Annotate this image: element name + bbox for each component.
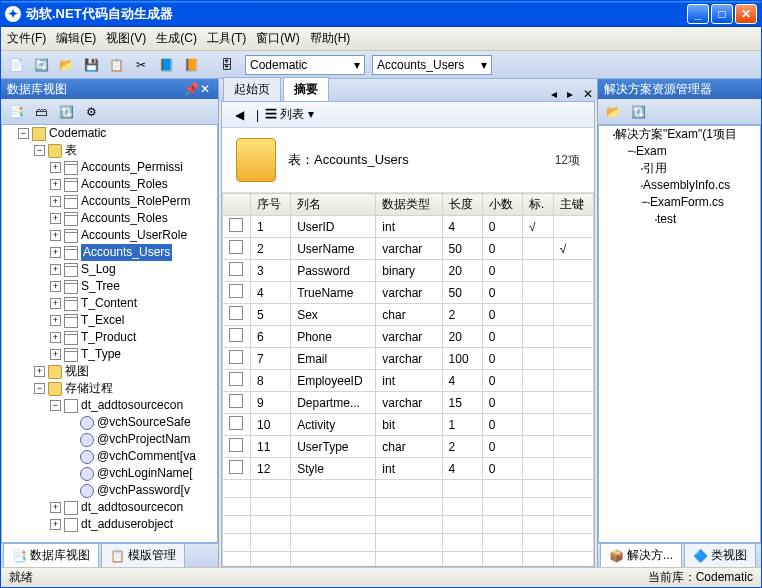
col-idx[interactable]: 序号 bbox=[251, 194, 291, 216]
table-row[interactable]: 5Sexchar20 bbox=[223, 304, 594, 326]
col-mark[interactable]: 标. bbox=[522, 194, 553, 216]
form-file[interactable]: ExamForm.cs bbox=[650, 194, 724, 211]
col-len[interactable]: 长度 bbox=[442, 194, 482, 216]
proj-node[interactable]: Exam bbox=[636, 143, 667, 160]
tree-tool-1-icon[interactable]: 📑 bbox=[5, 101, 27, 123]
ref-node[interactable]: 引用 bbox=[643, 160, 667, 177]
list-mode-icon[interactable]: ☰ 列表 ▾ bbox=[265, 106, 314, 123]
table-node[interactable]: +S_Tree bbox=[50, 278, 217, 295]
menu-file[interactable]: 文件(F) bbox=[7, 30, 46, 47]
table-node[interactable]: +Accounts_RolePerm bbox=[50, 193, 217, 210]
table-node[interactable]: +T_Type bbox=[50, 346, 217, 363]
menu-tools[interactable]: 工具(T) bbox=[207, 30, 246, 47]
columns-grid-wrap[interactable]: 序号 列名 数据类型 长度 小数 标. 主键 1UserIDint40√2Use… bbox=[222, 193, 594, 566]
table-node[interactable]: +T_Excel bbox=[50, 312, 217, 329]
table-row[interactable]: 1UserIDint40√ bbox=[223, 216, 594, 238]
sln-tool-2-icon[interactable]: 🔃 bbox=[627, 101, 649, 123]
col-ico[interactable] bbox=[223, 194, 251, 216]
table-node[interactable]: +S_Log bbox=[50, 261, 217, 278]
col-type[interactable]: 数据类型 bbox=[376, 194, 442, 216]
table-select[interactable]: Accounts_Users▾ bbox=[372, 55, 492, 75]
table-row[interactable]: 7Emailvarchar1000 bbox=[223, 348, 594, 370]
tool-db-icon[interactable]: 🗄 bbox=[216, 54, 238, 76]
tab-template[interactable]: 📋模版管理 bbox=[101, 543, 185, 567]
sp-item[interactable]: dt_addtosourcecon bbox=[81, 499, 183, 516]
table-node[interactable]: +T_Product bbox=[50, 329, 217, 346]
tab-summary[interactable]: 摘要 bbox=[283, 77, 329, 101]
table-icon bbox=[64, 161, 78, 175]
param-node[interactable]: @vchProjectNam bbox=[66, 431, 217, 448]
tool-copy-icon[interactable]: 📋 bbox=[105, 54, 127, 76]
tab-class-view[interactable]: 🔷类视图 bbox=[684, 543, 756, 567]
tree-tool-3-icon[interactable]: 🔃 bbox=[55, 101, 77, 123]
db-root[interactable]: Codematic bbox=[49, 125, 106, 142]
menu-help[interactable]: 帮助(H) bbox=[310, 30, 351, 47]
sp-node[interactable]: 存储过程 bbox=[65, 380, 113, 397]
panel-close-icon[interactable]: ✕ bbox=[198, 82, 212, 96]
sp-icon bbox=[64, 501, 78, 515]
maximize-button[interactable]: □ bbox=[711, 4, 733, 24]
table-row[interactable]: 10Activitybit10 bbox=[223, 414, 594, 436]
tab-db-view[interactable]: 📑数据库视图 bbox=[3, 543, 99, 567]
table-node[interactable]: +Accounts_Users bbox=[50, 244, 217, 261]
table-node[interactable]: +Accounts_Permissi bbox=[50, 159, 217, 176]
tool-save-icon[interactable]: 💾 bbox=[80, 54, 102, 76]
test-node[interactable]: test bbox=[657, 211, 676, 228]
table-row[interactable]: 2UserNamevarchar500√ bbox=[223, 238, 594, 260]
app-icon: ✦ bbox=[5, 6, 21, 22]
pin-icon[interactable]: 📌 bbox=[184, 82, 198, 96]
table-row[interactable]: 12Styleint40 bbox=[223, 458, 594, 480]
tool-cut-icon[interactable]: ✂ bbox=[130, 54, 152, 76]
tree-tool-2-icon[interactable]: 🗃 bbox=[30, 101, 52, 123]
titlebar[interactable]: ✦ 动软.NET代码自动生成器 _ □ ✕ bbox=[1, 1, 761, 27]
param-node[interactable]: @vchSourceSafe bbox=[66, 414, 217, 431]
table-node[interactable]: +T_Content bbox=[50, 295, 217, 312]
views-node[interactable]: 视图 bbox=[65, 363, 89, 380]
sln-root[interactable]: 解决方案"Exam"(1项目 bbox=[615, 126, 737, 143]
param-node[interactable]: @vchComment[va bbox=[66, 448, 217, 465]
param-label: @vchProjectNam bbox=[97, 431, 191, 448]
sp-item[interactable]: dt_adduserobject bbox=[81, 516, 173, 533]
db-tree[interactable]: −Codematic −表 +Accounts_Permissi+Account… bbox=[1, 125, 218, 543]
tool-gen1-icon[interactable]: 📘 bbox=[155, 54, 177, 76]
table-node[interactable]: +Accounts_UserRole bbox=[50, 227, 217, 244]
menu-view[interactable]: 视图(V) bbox=[106, 30, 146, 47]
asm-file[interactable]: AssemblyInfo.cs bbox=[643, 177, 730, 194]
param-node[interactable]: @vchLoginName[ bbox=[66, 465, 217, 482]
col-dec[interactable]: 小数 bbox=[482, 194, 522, 216]
tool-open-icon[interactable]: 📂 bbox=[55, 54, 77, 76]
table-row[interactable]: 9Departme...varchar150 bbox=[223, 392, 594, 414]
tab-prev-icon[interactable]: ◂ bbox=[547, 87, 561, 101]
tables-node[interactable]: 表 bbox=[65, 142, 77, 159]
db-select[interactable]: Codematic▾ bbox=[245, 55, 365, 75]
table-node[interactable]: +Accounts_Roles bbox=[50, 176, 217, 193]
table-row[interactable]: 6Phonevarchar200 bbox=[223, 326, 594, 348]
cell-name: UserName bbox=[291, 238, 376, 260]
col-pk[interactable]: 主键 bbox=[553, 194, 593, 216]
table-row[interactable]: 4TrueNamevarchar500 bbox=[223, 282, 594, 304]
sp-item[interactable]: dt_addtosourcecon bbox=[81, 397, 183, 414]
tab-start-page[interactable]: 起始页 bbox=[223, 77, 281, 101]
param-node[interactable]: @vchPassword[v bbox=[66, 482, 217, 499]
tool-refresh-icon[interactable]: 🔄 bbox=[30, 54, 52, 76]
sln-tool-1-icon[interactable]: 📂 bbox=[602, 101, 624, 123]
col-name[interactable]: 列名 bbox=[291, 194, 376, 216]
nav-back-icon[interactable]: ◀ bbox=[228, 104, 250, 126]
menu-window[interactable]: 窗口(W) bbox=[256, 30, 299, 47]
tool-new-icon[interactable]: 📄 bbox=[5, 54, 27, 76]
menu-edit[interactable]: 编辑(E) bbox=[56, 30, 96, 47]
close-button[interactable]: ✕ bbox=[735, 4, 757, 24]
param-icon bbox=[80, 450, 94, 464]
solution-tree[interactable]: 解决方案"Exam"(1项目 −Exam 引用 AssemblyInfo.cs … bbox=[598, 125, 761, 543]
tree-tool-4-icon[interactable]: ⚙ bbox=[80, 101, 102, 123]
table-row[interactable]: 11UserTypechar20 bbox=[223, 436, 594, 458]
table-row[interactable]: 8EmployeeIDint40 bbox=[223, 370, 594, 392]
minimize-button[interactable]: _ bbox=[687, 4, 709, 24]
tool-gen2-icon[interactable]: 📙 bbox=[180, 54, 202, 76]
tab-close-icon[interactable]: ✕ bbox=[579, 87, 597, 101]
tab-solution[interactable]: 📦解决方... bbox=[600, 543, 682, 567]
table-row[interactable]: 3Passwordbinary200 bbox=[223, 260, 594, 282]
menu-build[interactable]: 生成(C) bbox=[156, 30, 197, 47]
table-node[interactable]: +Accounts_Roles bbox=[50, 210, 217, 227]
tab-next-icon[interactable]: ▸ bbox=[563, 87, 577, 101]
